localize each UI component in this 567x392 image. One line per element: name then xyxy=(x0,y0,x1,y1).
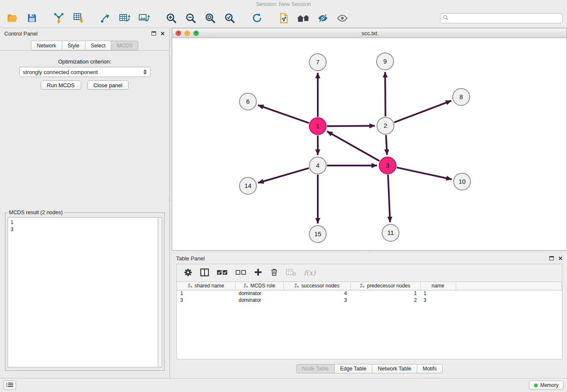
edge-1-to-6[interactable] xyxy=(258,105,309,123)
deselect-all-button[interactable] xyxy=(235,267,246,279)
style-toggle-button[interactable] xyxy=(315,11,331,26)
main-toolbar xyxy=(0,8,567,28)
export-table-button[interactable] xyxy=(117,11,133,26)
result-scrollbar[interactable] xyxy=(158,217,162,367)
save-session-button[interactable] xyxy=(24,11,40,26)
edge-2-to-8[interactable] xyxy=(394,101,451,122)
edge-3-to-11[interactable] xyxy=(388,175,390,222)
tab-select[interactable]: Select xyxy=(85,41,112,50)
network-window-titlebar[interactable]: ✕ − + scc.txt xyxy=(172,28,567,38)
table-row[interactable]: 3 dominator 3 2 3 xyxy=(177,297,562,304)
edge-2-to-9[interactable] xyxy=(385,72,385,116)
function-builder-button[interactable]: f(x) xyxy=(304,267,315,279)
tab-style[interactable]: Style xyxy=(62,41,85,50)
network-window-title: scc.txt xyxy=(172,30,567,36)
sort-icon xyxy=(188,283,193,288)
edge-1-to-2[interactable] xyxy=(327,126,375,126)
export-network-icon xyxy=(100,13,111,24)
export-image-button[interactable] xyxy=(136,11,152,26)
edge-2-to-3[interactable] xyxy=(386,135,387,155)
node-11[interactable]: 11 xyxy=(382,224,399,241)
tab-mcds[interactable]: MCDS xyxy=(111,41,138,50)
close-control-panel-icon[interactable]: ✕ xyxy=(160,31,165,36)
show-hide-button[interactable] xyxy=(334,11,350,26)
delete-column-button[interactable] xyxy=(286,267,296,279)
node-10[interactable]: 10 xyxy=(454,173,471,190)
edge-3-to-10[interactable] xyxy=(397,168,452,179)
export-network-button[interactable] xyxy=(97,11,113,26)
cell-name[interactable]: 3 xyxy=(420,297,456,304)
float-panel-icon[interactable] xyxy=(151,31,156,36)
mcds-result-list[interactable]: 1 3 xyxy=(8,217,158,367)
cell-mcds-role[interactable]: dominator xyxy=(235,297,284,304)
cell-predecessor-nodes[interactable]: 1 xyxy=(350,290,420,297)
node-2[interactable]: 2 xyxy=(377,117,394,134)
node-15[interactable]: 15 xyxy=(309,226,326,243)
column-header-successor-nodes[interactable]: successor nodes xyxy=(284,282,350,290)
column-header-shared-name[interactable]: shared name xyxy=(177,282,235,290)
node-3[interactable]: 3 xyxy=(379,157,396,174)
column-header-name[interactable]: name xyxy=(420,282,456,290)
home-button[interactable] xyxy=(295,11,311,26)
cell-mcds-role[interactable]: dominator xyxy=(235,290,284,297)
cell-successor-nodes[interactable]: 4 xyxy=(284,290,350,297)
add-row-button[interactable] xyxy=(254,267,262,279)
cell-successor-nodes[interactable]: 3 xyxy=(284,297,350,304)
network-file-button[interactable] xyxy=(276,11,292,26)
table-row[interactable]: 1 dominator 4 1 1 xyxy=(177,290,562,297)
apply-layout-button[interactable] xyxy=(249,11,265,26)
import-table-icon xyxy=(73,12,84,24)
memory-button[interactable]: Memory xyxy=(529,381,564,390)
mcds-result-box: MCDS result (2 nodes) 1 3 xyxy=(5,210,165,371)
delete-row-button[interactable] xyxy=(270,267,278,279)
svg-text:2: 2 xyxy=(384,122,387,129)
node-9[interactable]: 9 xyxy=(377,53,394,70)
column-header-predecessor-nodes[interactable]: predecessor nodes xyxy=(350,282,420,290)
control-panel-header: Control Panel ✕ xyxy=(0,28,169,39)
export-table-icon xyxy=(119,13,131,24)
float-table-panel-icon[interactable] xyxy=(549,256,554,260)
task-history-button[interactable] xyxy=(3,381,16,390)
cell-predecessor-nodes[interactable]: 2 xyxy=(350,297,420,304)
criterion-dropdown[interactable]: strongly connected component xyxy=(19,67,151,77)
zoom-out-button[interactable] xyxy=(183,11,199,26)
checked-boxes-icon xyxy=(217,270,228,276)
result-item[interactable]: 3 xyxy=(11,226,155,233)
node-8[interactable]: 8 xyxy=(453,88,470,105)
edge-4-to-14[interactable] xyxy=(258,168,309,183)
table-panel: Table Panel ✕ xyxy=(172,253,567,377)
node-6[interactable]: 6 xyxy=(239,93,256,110)
delete-column-icon xyxy=(286,268,296,278)
network-graph-canvas[interactable]: 7968124314101511 xyxy=(172,38,567,250)
result-item[interactable]: 1 xyxy=(11,219,155,226)
close-panel-button[interactable]: Close panel xyxy=(87,80,129,90)
cell-shared-name[interactable]: 1 xyxy=(177,290,235,297)
run-mcds-button[interactable]: Run MCDS xyxy=(41,80,81,90)
open-session-button[interactable] xyxy=(4,11,20,26)
cell-name[interactable]: 1 xyxy=(420,290,456,297)
search-input[interactable] xyxy=(451,15,560,21)
zoom-selected-button[interactable] xyxy=(222,11,238,26)
cell-shared-name[interactable]: 3 xyxy=(177,297,235,304)
select-all-button[interactable] xyxy=(217,267,228,279)
tab-node-table[interactable]: Node Table xyxy=(296,364,335,373)
zoom-fit-button[interactable] xyxy=(202,11,218,26)
table-settings-button[interactable] xyxy=(184,267,193,279)
node-7[interactable]: 7 xyxy=(309,54,326,71)
column-visibility-button[interactable] xyxy=(200,267,209,279)
column-header-mcds-role[interactable]: MCDS role xyxy=(235,282,284,290)
node-14[interactable]: 14 xyxy=(239,177,256,194)
tab-network[interactable]: Network xyxy=(31,41,62,50)
svg-text:4: 4 xyxy=(316,162,319,169)
edge-3-to-1[interactable] xyxy=(327,131,380,161)
close-table-panel-icon[interactable]: ✕ xyxy=(558,256,563,261)
zoom-in-button[interactable] xyxy=(163,11,179,26)
tab-motifs[interactable]: Motifs xyxy=(417,364,443,373)
node-1[interactable]: 1 xyxy=(309,118,326,135)
node-4[interactable]: 4 xyxy=(309,157,326,174)
tab-network-table[interactable]: Network Table xyxy=(372,364,417,373)
tab-edge-table[interactable]: Edge Table xyxy=(334,364,372,373)
table-panel-tabs: Node Table Edge Table Network Table Moti… xyxy=(172,364,567,373)
import-network-button[interactable] xyxy=(51,11,67,26)
import-table-button[interactable] xyxy=(70,11,86,26)
